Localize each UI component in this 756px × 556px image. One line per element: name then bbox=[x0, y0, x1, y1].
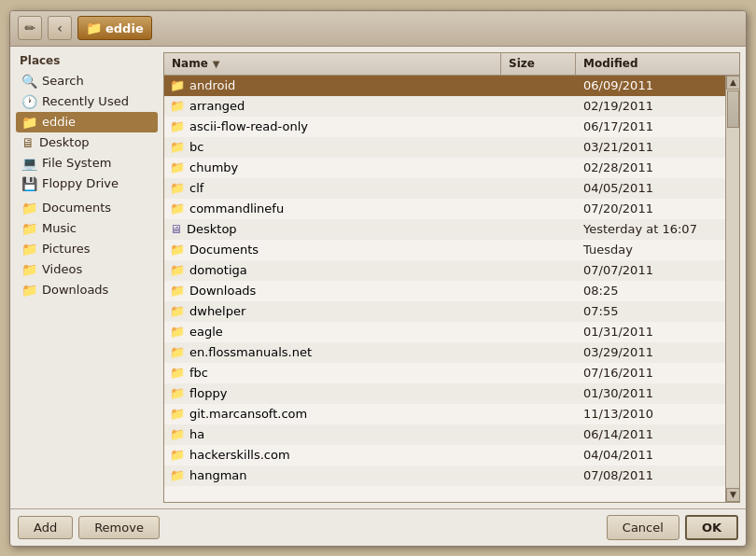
scroll-track[interactable] bbox=[726, 90, 739, 488]
back-button[interactable]: ‹ bbox=[48, 16, 72, 40]
file-name-cell: 📁hackerskills.com bbox=[164, 448, 501, 462]
sidebar-label-recently-used: Recently Used bbox=[42, 94, 129, 108]
add-button[interactable]: Add bbox=[18, 516, 73, 539]
sidebar-item-eddie[interactable]: 📁 eddie bbox=[16, 112, 158, 132]
titlebar: ✏ ‹ 📁 eddie bbox=[10, 11, 746, 47]
sidebar-label-pictures: Pictures bbox=[42, 242, 90, 256]
file-modified-cell: 03/21/2011 bbox=[576, 140, 725, 154]
sidebar-item-recently-used[interactable]: 🕐 Recently Used bbox=[16, 91, 158, 112]
scroll-thumb[interactable] bbox=[727, 90, 739, 128]
table-row[interactable]: 📁hackerskills.com04/04/2011 bbox=[164, 445, 725, 466]
table-row[interactable]: 📁Downloads08:25 bbox=[164, 281, 725, 301]
table-row[interactable]: 📁domotiga07/07/2011 bbox=[164, 260, 725, 281]
search-icon: 🔍 bbox=[21, 74, 37, 89]
folder-icon: 📁 bbox=[170, 427, 185, 441]
sidebar-item-desktop[interactable]: 🖥 Desktop bbox=[16, 132, 158, 153]
folder-icon: 📁 bbox=[21, 115, 37, 130]
folder-icon: 📁 bbox=[86, 21, 102, 35]
modified-column-header[interactable]: Modified bbox=[576, 53, 725, 75]
file-name-cell: 📁ascii-flow-read-only bbox=[164, 119, 501, 133]
sidebar: Places 🔍 Search 🕐 Recently Used 📁 eddie … bbox=[16, 52, 158, 503]
file-name: clf bbox=[189, 181, 203, 195]
file-name-cell: 📁domotiga bbox=[164, 263, 501, 277]
file-name-cell: 📁fbc bbox=[164, 366, 501, 380]
folder-icon: 📁 bbox=[170, 366, 185, 380]
back-icon: ‹ bbox=[57, 21, 63, 35]
file-modified-cell: Tuesday bbox=[576, 243, 725, 257]
sidebar-item-floppy[interactable]: 💾 Floppy Drive bbox=[16, 174, 158, 194]
table-row[interactable]: 📁ha06/14/2011 bbox=[164, 424, 725, 445]
file-name-cell: 📁Downloads bbox=[164, 284, 501, 298]
folder-icon: 🖥 bbox=[170, 222, 182, 236]
table-row[interactable]: 📁DocumentsTuesday bbox=[164, 240, 725, 260]
sidebar-item-filesystem[interactable]: 💻 File System bbox=[16, 153, 158, 174]
table-row[interactable]: 🖥DesktopYesterday at 16:07 bbox=[164, 219, 725, 240]
file-name-cell: 📁hangman bbox=[164, 468, 501, 482]
file-name-cell: 📁arranged bbox=[164, 99, 501, 113]
table-row[interactable]: 📁ascii-flow-read-only06/17/2011 bbox=[164, 117, 725, 137]
sidebar-label-downloads: Downloads bbox=[42, 283, 108, 297]
edit-button[interactable]: ✏ bbox=[18, 16, 42, 40]
sidebar-item-downloads[interactable]: 📁 Downloads bbox=[16, 280, 158, 300]
file-name: en.flossmanuals.net bbox=[189, 345, 312, 359]
scrollbar[interactable]: ▲ ▼ bbox=[725, 76, 739, 502]
file-name: Desktop bbox=[187, 222, 237, 236]
bottom-bar: Add Remove Cancel OK bbox=[10, 508, 746, 546]
file-name-cell: 📁commandlinefu bbox=[164, 202, 501, 215]
file-name-cell: 📁chumby bbox=[164, 160, 501, 174]
sidebar-label-documents: Documents bbox=[42, 201, 111, 215]
table-row[interactable]: 📁hangman07/08/2011 bbox=[164, 466, 725, 486]
sidebar-item-music[interactable]: 📁 Music bbox=[16, 218, 158, 239]
cancel-button[interactable]: Cancel bbox=[607, 515, 679, 540]
table-row[interactable]: 📁fbc07/16/2011 bbox=[164, 363, 725, 383]
file-name-cell: 📁eagle bbox=[164, 325, 501, 339]
table-row[interactable]: 📁clf04/05/2011 bbox=[164, 178, 725, 199]
file-name-cell: 📁clf bbox=[164, 181, 501, 195]
file-list[interactable]: 📁android06/09/2011📁arranged02/19/2011📁as… bbox=[164, 76, 725, 502]
file-name: ascii-flow-read-only bbox=[189, 119, 308, 133]
file-name: commandlinefu bbox=[189, 202, 284, 215]
file-name: Downloads bbox=[189, 284, 256, 298]
file-modified-cell: 11/13/2010 bbox=[576, 407, 725, 421]
folder-icon: 📁 bbox=[170, 448, 185, 462]
file-modified-cell: 07/08/2011 bbox=[576, 468, 725, 482]
table-row[interactable]: 📁bc03/21/2011 bbox=[164, 137, 725, 158]
file-modified-cell: 03/29/2011 bbox=[576, 345, 725, 359]
size-column-header[interactable]: Size bbox=[501, 53, 576, 75]
file-modified-cell: 04/04/2011 bbox=[576, 448, 725, 462]
folder-icon: 📁 bbox=[170, 284, 185, 298]
table-row[interactable]: 📁dwhelper07:55 bbox=[164, 301, 725, 322]
table-row[interactable]: 📁android06/09/2011 bbox=[164, 76, 725, 96]
sidebar-label-filesystem: File System bbox=[42, 156, 111, 170]
table-row[interactable]: 📁chumby02/28/2011 bbox=[164, 158, 725, 178]
table-row[interactable]: 📁git.marcansoft.com11/13/2010 bbox=[164, 404, 725, 424]
sidebar-item-videos[interactable]: 📁 Videos bbox=[16, 259, 158, 280]
file-name-cell: 📁en.flossmanuals.net bbox=[164, 345, 501, 359]
scroll-up-button[interactable]: ▲ bbox=[726, 76, 739, 90]
table-row[interactable]: 📁arranged02/19/2011 bbox=[164, 96, 725, 117]
table-row[interactable]: 📁commandlinefu07/20/2011 bbox=[164, 199, 725, 219]
ok-button[interactable]: OK bbox=[685, 515, 738, 540]
file-modified-cell: 06/14/2011 bbox=[576, 427, 725, 441]
file-modified-cell: 07:55 bbox=[576, 304, 725, 318]
table-row[interactable]: 📁en.flossmanuals.net03/29/2011 bbox=[164, 342, 725, 363]
sidebar-item-documents[interactable]: 📁 Documents bbox=[16, 198, 158, 218]
file-modified-cell: 06/17/2011 bbox=[576, 119, 725, 133]
file-name: android bbox=[189, 78, 235, 92]
remove-button[interactable]: Remove bbox=[78, 516, 160, 539]
file-name-cell: 📁floppy bbox=[164, 386, 501, 400]
sidebar-label-videos: Videos bbox=[42, 262, 82, 276]
file-name: dwhelper bbox=[189, 304, 245, 318]
table-row[interactable]: 📁floppy01/30/2011 bbox=[164, 383, 725, 404]
folder-icon: 📁 bbox=[170, 263, 185, 277]
folder-icon: 📁 bbox=[170, 325, 185, 339]
scroll-down-button[interactable]: ▼ bbox=[726, 488, 739, 502]
file-name: floppy bbox=[189, 386, 227, 400]
table-row[interactable]: 📁eagle01/31/2011 bbox=[164, 322, 725, 342]
folder-icon: 📁 bbox=[170, 78, 185, 92]
name-column-header[interactable]: Name ▼ bbox=[164, 53, 501, 75]
folder-icon: 📁 bbox=[170, 407, 185, 421]
file-name: hangman bbox=[189, 468, 247, 482]
sidebar-item-pictures[interactable]: 📁 Pictures bbox=[16, 239, 158, 259]
sidebar-item-search[interactable]: 🔍 Search bbox=[16, 71, 158, 91]
